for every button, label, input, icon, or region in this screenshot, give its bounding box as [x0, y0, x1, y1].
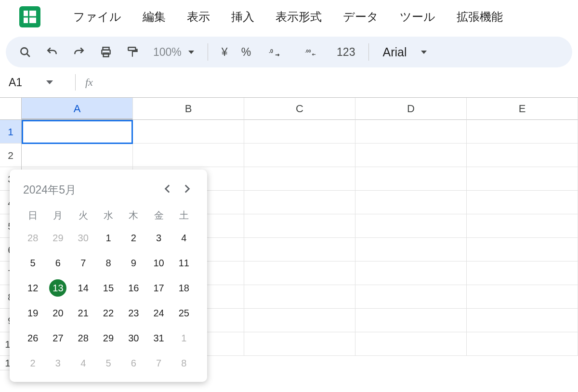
column-header-C[interactable]: C: [244, 98, 355, 120]
column-header-B[interactable]: B: [133, 98, 244, 120]
calendar-day[interactable]: 5: [20, 254, 45, 272]
calendar-day[interactable]: 26: [20, 329, 45, 347]
cell[interactable]: [467, 285, 578, 309]
menu-file[interactable]: ファイル: [63, 9, 132, 25]
cell[interactable]: [244, 214, 355, 238]
cell[interactable]: [355, 261, 467, 285]
print-icon[interactable]: [99, 45, 113, 59]
cell[interactable]: [244, 144, 355, 167]
increase-decimal-icon[interactable]: .00: [299, 45, 323, 59]
decrease-decimal-icon[interactable]: .0: [264, 45, 286, 59]
calendar-day[interactable]: 16: [121, 279, 146, 297]
cell[interactable]: [355, 120, 467, 144]
row-header-2[interactable]: 2: [0, 144, 22, 167]
cell[interactable]: [244, 309, 355, 332]
calendar-day[interactable]: 24: [146, 304, 171, 322]
format-123-button[interactable]: 123: [337, 46, 355, 59]
cell[interactable]: [133, 144, 244, 167]
calendar-day[interactable]: 11: [171, 254, 197, 272]
calendar-day-today[interactable]: 13: [45, 279, 70, 297]
menu-data[interactable]: データ: [332, 9, 389, 25]
currency-button[interactable]: ¥: [222, 46, 228, 59]
name-box[interactable]: A1: [9, 76, 66, 89]
cell[interactable]: [355, 238, 467, 261]
cell[interactable]: [467, 261, 578, 285]
cell[interactable]: [355, 332, 467, 356]
calendar-day[interactable]: 29: [96, 329, 121, 347]
row-header-1[interactable]: 1: [0, 120, 22, 144]
cell[interactable]: [244, 332, 355, 356]
calendar-day[interactable]: 9: [121, 254, 146, 272]
calendar-day[interactable]: 3: [146, 229, 171, 247]
column-header-A[interactable]: A: [22, 98, 133, 120]
redo-icon[interactable]: [72, 45, 86, 59]
select-all-corner[interactable]: [0, 98, 22, 120]
next-month-button[interactable]: [177, 183, 197, 197]
calendar-day[interactable]: 2: [121, 229, 146, 247]
calendar-day[interactable]: 21: [71, 304, 96, 322]
cell[interactable]: [467, 167, 578, 191]
menu-insert[interactable]: 挿入: [221, 9, 265, 25]
column-header-D[interactable]: D: [355, 98, 467, 120]
undo-icon[interactable]: [45, 45, 59, 59]
calendar-day[interactable]: 22: [96, 304, 121, 322]
calendar-day[interactable]: 18: [171, 279, 197, 297]
menu-view[interactable]: 表示: [176, 9, 221, 25]
cell[interactable]: [244, 191, 355, 214]
cell[interactable]: [467, 214, 578, 238]
calendar-day[interactable]: 14: [71, 279, 96, 297]
cell[interactable]: [22, 144, 133, 167]
calendar-day[interactable]: 2: [20, 354, 45, 372]
prev-month-button[interactable]: [158, 183, 177, 197]
cell[interactable]: [467, 120, 578, 144]
cell[interactable]: [467, 144, 578, 167]
cell[interactable]: [355, 309, 467, 332]
calendar-day[interactable]: 8: [171, 354, 197, 372]
column-header-E[interactable]: E: [467, 98, 578, 120]
calendar-day[interactable]: 1: [171, 329, 197, 347]
cell[interactable]: [244, 238, 355, 261]
menu-edit[interactable]: 編集: [132, 9, 176, 25]
calendar-day[interactable]: 17: [146, 279, 171, 297]
calendar-day[interactable]: 7: [146, 354, 171, 372]
cell[interactable]: [244, 120, 355, 144]
calendar-day[interactable]: 8: [96, 254, 121, 272]
cell[interactable]: [467, 309, 578, 332]
calendar-day[interactable]: 1: [96, 229, 121, 247]
active-cell-A1[interactable]: [22, 120, 133, 144]
cell[interactable]: [355, 167, 467, 191]
cell[interactable]: [355, 285, 467, 309]
calendar-day[interactable]: 6: [121, 354, 146, 372]
cell[interactable]: [133, 120, 244, 144]
cell[interactable]: [244, 167, 355, 191]
calendar-day[interactable]: 4: [171, 229, 197, 247]
cell[interactable]: [244, 285, 355, 309]
calendar-day[interactable]: 5: [96, 354, 121, 372]
calendar-day[interactable]: 19: [20, 304, 45, 322]
cell[interactable]: [467, 238, 578, 261]
calendar-day[interactable]: 31: [146, 329, 171, 347]
zoom-dropdown[interactable]: 100%: [153, 46, 194, 59]
cell[interactable]: [355, 214, 467, 238]
calendar-day[interactable]: 28: [20, 229, 45, 247]
calendar-day[interactable]: 20: [45, 304, 70, 322]
sheets-logo[interactable]: [19, 6, 40, 27]
calendar-day[interactable]: 6: [45, 254, 70, 272]
calendar-day[interactable]: 15: [96, 279, 121, 297]
paint-format-icon[interactable]: [126, 45, 140, 59]
calendar-day[interactable]: 30: [71, 229, 96, 247]
calendar-day[interactable]: 12: [20, 279, 45, 297]
calendar-day[interactable]: 10: [146, 254, 171, 272]
menu-tools[interactable]: ツール: [389, 9, 446, 25]
calendar-day[interactable]: 27: [45, 329, 70, 347]
cell[interactable]: [355, 144, 467, 167]
calendar-day[interactable]: 29: [45, 229, 70, 247]
menu-extensions[interactable]: 拡張機能: [446, 9, 513, 25]
search-icon[interactable]: [18, 45, 32, 59]
cell[interactable]: [355, 191, 467, 214]
cell[interactable]: [244, 261, 355, 285]
calendar-day[interactable]: 28: [71, 329, 96, 347]
calendar-day[interactable]: 23: [121, 304, 146, 322]
menu-format[interactable]: 表示形式: [265, 9, 332, 25]
cell[interactable]: [467, 332, 578, 356]
